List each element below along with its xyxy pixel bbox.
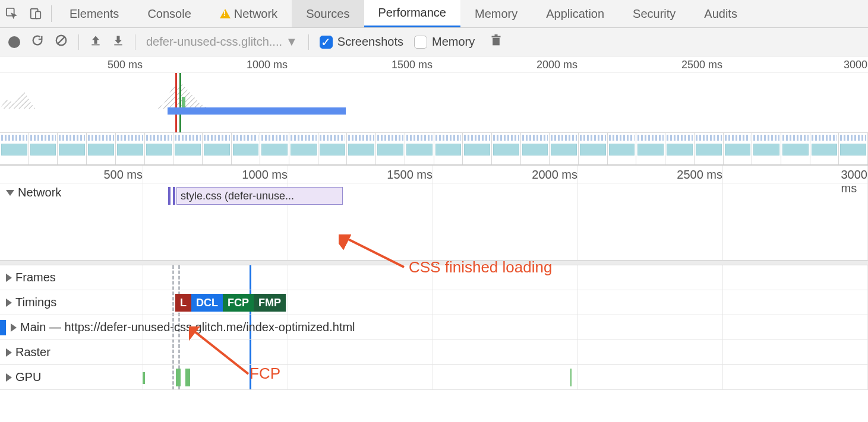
inspect-icon[interactable] — [0, 0, 24, 27]
timing-badges: L DCL FCP FMP — [175, 294, 286, 312]
tick-label: 1500 ms — [387, 168, 433, 182]
divider — [78, 34, 79, 50]
svg-rect-7 — [492, 36, 501, 38]
record-button[interactable] — [8, 36, 20, 48]
divider — [308, 34, 309, 50]
track-frames[interactable]: Frames — [0, 265, 868, 290]
divider — [51, 5, 52, 22]
tab-audits[interactable]: Audits — [690, 0, 752, 27]
performance-toolbar: defer-unused-css.glitch.... ▼ ✓ Screensh… — [0, 28, 868, 56]
track-gpu-label: GPU — [15, 370, 41, 384]
tab-network-label: Network — [234, 7, 277, 21]
svg-rect-8 — [495, 34, 498, 36]
tab-memory[interactable]: Memory — [460, 0, 532, 27]
track-network-header[interactable]: Network — [0, 186, 61, 199]
svg-rect-6 — [493, 38, 500, 46]
tab-elements[interactable]: Elements — [55, 0, 133, 27]
track-network[interactable]: Network style.css (defer-unuse... — [0, 183, 868, 261]
screenshots-label: Screenshots — [337, 35, 403, 49]
tab-security[interactable]: Security — [618, 0, 690, 27]
overview-network-bar — [168, 107, 346, 115]
track-network-label: Network — [18, 186, 61, 199]
tab-sources[interactable]: Sources — [292, 0, 364, 27]
tab-application[interactable]: Application — [532, 0, 618, 27]
track-main[interactable]: Main — https://defer-unused-css.glitch.m… — [0, 315, 868, 340]
flamechart-area[interactable]: 500 ms 1000 ms 1500 ms 2000 ms 2500 ms 3… — [0, 166, 868, 390]
timing-badge-dcl[interactable]: DCL — [191, 294, 223, 312]
track-main-label: Main — https://defer-unused-css.glitch.m… — [20, 321, 355, 334]
timing-badge-l[interactable]: L — [175, 294, 191, 312]
svg-marker-10 — [0, 91, 36, 109]
tick-label: 2000 ms — [532, 168, 577, 182]
pane-splitter[interactable] — [0, 261, 868, 265]
track-raster[interactable]: Raster — [0, 340, 868, 365]
overview-fcp-marker — [179, 73, 181, 132]
tick-label: 2500 ms — [677, 168, 722, 182]
checkbox-checked-icon: ✓ — [320, 36, 333, 49]
lower-tracks: Frames Timings L DCL FCP FMP Main — http… — [0, 265, 868, 390]
chevron-right-icon — [6, 274, 12, 282]
gpu-activity — [185, 369, 190, 386]
tick-label: 500 ms — [103, 168, 143, 182]
tick-label: 2000 ms — [536, 59, 577, 71]
svg-marker-11 — [154, 83, 208, 109]
recording-select[interactable]: defer-unused-css.glitch.... ▼ — [146, 35, 298, 49]
track-timings-label: Timings — [15, 296, 56, 309]
tick-label: 2500 ms — [681, 59, 722, 71]
network-request-bar[interactable]: style.css (defer-unuse... — [176, 187, 343, 205]
checkbox-icon — [414, 36, 427, 49]
svg-rect-4 — [91, 45, 99, 46]
clear-icon[interactable] — [55, 34, 68, 50]
memory-label: Memory — [432, 35, 475, 49]
gpu-activity — [570, 369, 572, 386]
svg-rect-5 — [114, 45, 122, 46]
screenshots-toggle[interactable]: ✓ Screenshots — [320, 35, 403, 49]
tick-label: 1500 ms — [392, 59, 433, 71]
delete-icon[interactable] — [490, 34, 502, 50]
tick-label: 500 ms — [108, 59, 143, 71]
chevron-down-icon: ▼ — [286, 35, 298, 49]
track-timings[interactable]: Timings L DCL FCP FMP — [0, 290, 868, 315]
chevron-right-icon — [6, 299, 12, 307]
warning-icon — [220, 9, 231, 18]
tab-performance[interactable]: Performance — [364, 0, 461, 27]
detail-ruler: 500 ms 1000 ms 1500 ms 2000 ms 2500 ms 3… — [0, 166, 868, 183]
chevron-down-icon — [6, 190, 14, 196]
network-request-label: style.css (defer-unuse... — [181, 190, 294, 202]
reload-icon[interactable] — [31, 34, 44, 50]
tick-label: 1000 ms — [247, 59, 288, 71]
tick-label: 3000 — [844, 59, 867, 71]
tick-label: 1000 ms — [242, 168, 288, 182]
recording-select-label: defer-unused-css.glitch.... — [146, 35, 282, 49]
gpu-activity — [176, 369, 181, 386]
memory-toggle[interactable]: Memory — [414, 35, 475, 49]
timing-badge-fmp[interactable]: FMP — [254, 294, 286, 312]
track-frames-label: Frames — [15, 271, 56, 284]
tab-network[interactable]: Network — [206, 0, 292, 27]
timing-badge-fcp[interactable]: FCP — [223, 294, 254, 312]
screenshot-filmstrip[interactable] — [0, 132, 868, 165]
track-raster-label: Raster — [15, 345, 50, 359]
overview-body — [0, 73, 868, 132]
divider — [135, 34, 135, 50]
download-icon[interactable] — [112, 34, 124, 49]
track-gpu[interactable]: GPU — [0, 365, 868, 390]
overview-ruler: 500 ms 1000 ms 1500 ms 2000 ms 2500 ms 3… — [0, 56, 868, 73]
svg-rect-2 — [36, 11, 40, 18]
timeline-overview[interactable]: 500 ms 1000 ms 1500 ms 2000 ms 2500 ms 3… — [0, 56, 868, 166]
chevron-right-icon — [6, 348, 12, 357]
chevron-right-icon — [11, 323, 17, 332]
device-toggle-icon[interactable] — [24, 0, 48, 27]
upload-icon[interactable] — [90, 34, 102, 49]
overview-load-marker — [175, 73, 177, 132]
gpu-activity — [143, 372, 145, 384]
chevron-right-icon — [6, 373, 12, 382]
network-request-wait — [168, 187, 175, 205]
tab-console[interactable]: Console — [133, 0, 205, 27]
devtools-tabbar: Elements Console Network Sources Perform… — [0, 0, 868, 28]
